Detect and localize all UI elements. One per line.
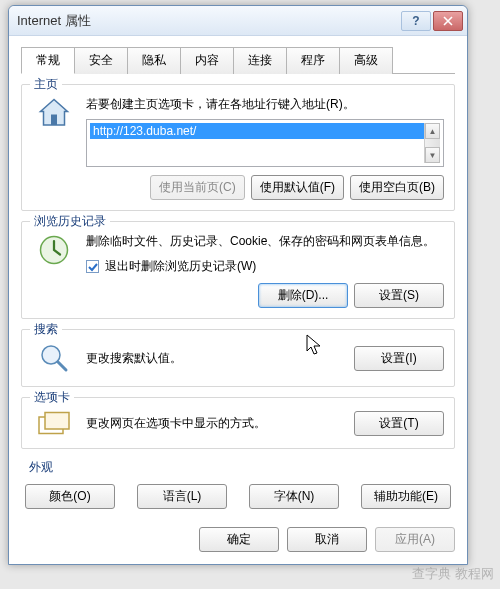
tab-bar: 常规 安全 隐私 内容 连接 程序 高级: [21, 46, 455, 74]
close-button[interactable]: [433, 11, 463, 31]
watermark-text: 查字典 教程网: [412, 565, 494, 583]
window-title: Internet 属性: [17, 12, 401, 30]
search-group: 搜索 更改搜索默认值。 设置(I): [21, 329, 455, 387]
tab-content[interactable]: 内容: [180, 47, 234, 74]
fonts-button[interactable]: 字体(N): [249, 484, 339, 509]
search-title: 搜索: [30, 321, 62, 338]
home-icon: [36, 95, 72, 131]
delete-on-exit-checkbox[interactable]: 退出时删除浏览历史记录(W): [86, 258, 444, 275]
tabs-title: 选项卡: [30, 389, 74, 406]
homepage-url-value: http://123.duba.net/: [90, 123, 424, 139]
svg-line-4: [58, 362, 66, 370]
help-button[interactable]: ?: [401, 11, 431, 31]
search-icon: [36, 340, 72, 376]
dialog-content: 常规 安全 隐私 内容 连接 程序 高级 主页 若要创建主页选项卡，请在各地址行…: [9, 36, 467, 564]
use-default-button[interactable]: 使用默认值(F): [251, 175, 344, 200]
tab-security[interactable]: 安全: [74, 47, 128, 74]
close-icon: [443, 16, 453, 26]
search-desc: 更改搜索默认值。: [86, 349, 344, 367]
dialog-window: Internet 属性 ? 常规 安全 隐私 内容 连接 程序 高级 主页: [8, 5, 468, 565]
svg-rect-1: [51, 115, 57, 126]
tab-programs[interactable]: 程序: [286, 47, 340, 74]
svg-rect-6: [45, 413, 69, 430]
checkbox-icon: [86, 260, 99, 273]
cancel-button[interactable]: 取消: [287, 527, 367, 552]
tabs-group: 选项卡 更改网页在选项卡中显示的方式。 设置(T): [21, 397, 455, 449]
checkbox-label: 退出时删除浏览历史记录(W): [105, 258, 256, 275]
tabs-icon: [36, 408, 72, 438]
tab-privacy[interactable]: 隐私: [127, 47, 181, 74]
ok-button[interactable]: 确定: [199, 527, 279, 552]
history-desc: 删除临时文件、历史记录、Cookie、保存的密码和网页表单信息。: [86, 232, 444, 250]
use-blank-button[interactable]: 使用空白页(B): [350, 175, 444, 200]
accessibility-button[interactable]: 辅助功能(E): [361, 484, 451, 509]
url-scrollbar[interactable]: ▲ ▼: [424, 123, 440, 163]
history-group: 浏览历史记录 删除临时文件、历史记录、Cookie、保存的密码和网页表单信息。 …: [21, 221, 455, 319]
appearance-title: 外观: [25, 459, 451, 476]
tab-general[interactable]: 常规: [21, 47, 75, 74]
titlebar[interactable]: Internet 属性 ?: [9, 6, 467, 36]
delete-button[interactable]: 删除(D)...: [258, 283, 348, 308]
tab-connections[interactable]: 连接: [233, 47, 287, 74]
tabs-desc: 更改网页在选项卡中显示的方式。: [86, 414, 344, 432]
history-title: 浏览历史记录: [30, 213, 110, 230]
appearance-group: 外观 颜色(O) 语言(L) 字体(N) 辅助功能(E): [21, 459, 455, 511]
apply-button: 应用(A): [375, 527, 455, 552]
use-current-button: 使用当前页(C): [150, 175, 245, 200]
history-settings-button[interactable]: 设置(S): [354, 283, 444, 308]
scroll-up-icon[interactable]: ▲: [425, 123, 440, 139]
search-settings-button[interactable]: 设置(I): [354, 346, 444, 371]
tab-advanced[interactable]: 高级: [339, 47, 393, 74]
homepage-title: 主页: [30, 76, 62, 93]
homepage-instruction: 若要创建主页选项卡，请在各地址行键入地址(R)。: [86, 95, 444, 113]
homepage-group: 主页 若要创建主页选项卡，请在各地址行键入地址(R)。 http://123.d…: [21, 84, 455, 211]
scroll-down-icon[interactable]: ▼: [425, 147, 440, 163]
language-button[interactable]: 语言(L): [137, 484, 227, 509]
homepage-url-input[interactable]: http://123.duba.net/ ▲ ▼: [86, 119, 444, 167]
tabs-settings-button[interactable]: 设置(T): [354, 411, 444, 436]
dialog-button-row: 确定 取消 应用(A): [21, 519, 455, 552]
colors-button[interactable]: 颜色(O): [25, 484, 115, 509]
history-icon: [36, 232, 72, 268]
